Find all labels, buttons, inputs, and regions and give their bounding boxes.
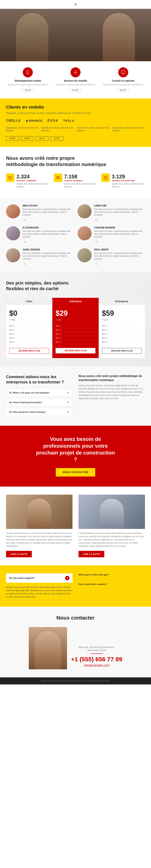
libre-feature-4: item 4 (9, 336, 49, 340)
support-question-icon[interactable]: ? (65, 576, 69, 580)
faq-chevron-2: ▼ (67, 401, 69, 404)
footer: Sample text. Click to select the Text El… (0, 677, 151, 684)
faq-right: Nous avons créé notre propre méthodologi… (79, 374, 145, 418)
services-section: Développement mobile Sample text. Click … (0, 61, 151, 98)
service-2-btn[interactable]: SUITE (69, 88, 82, 92)
methodology-title: Nous avons créé notre propre méthodologi… (6, 155, 107, 167)
service-1-title: Développement mobile (6, 80, 50, 82)
faq-question-2[interactable]: 02. House Painting Essentials? ▼ (6, 399, 72, 406)
team-2-name: LINDA KIM (94, 204, 145, 207)
cta-btn[interactable]: NOUS CONTACTER (56, 468, 95, 476)
faq-right-title: Nous avons créé notre propre méthodologi… (79, 374, 145, 382)
faq-question-1[interactable]: 01. What is off page seo link building? … (6, 389, 72, 397)
blog-1-read-more[interactable]: LIRE LA SUITE (6, 551, 32, 557)
avatar-nina (6, 204, 20, 218)
blog-2-desc: L'article détaillé est extrait au-dessus… (79, 532, 145, 548)
plan-entreprise-price: $59 (102, 309, 142, 317)
pricing-grid: $0 / mois item 1 item 2 item 3 item 4 it… (6, 305, 145, 358)
plan-entreprise-features: item 1 item 2 item 3 item 4 item 5 (102, 324, 142, 344)
faq-title: Comment aidons-nous les entreprises à se… (6, 374, 72, 385)
stats-row: 2.324 PROJETS TERMINÉS Sample text. Clic… (6, 174, 145, 188)
entreprise-plan-btn[interactable]: OBTENIR MON PLAN (102, 348, 142, 354)
stat-2-desc: Sample text. Click to select the Text El… (64, 183, 97, 188)
faq-section: Comment aidons-nous les entreprises à se… (0, 366, 151, 426)
team-3-name: DJ DONKSON (23, 226, 73, 229)
plan-individuel-price: $29 (56, 309, 95, 317)
service-1-btn[interactable]: SUITE (22, 88, 34, 92)
client-btn-4[interactable]: SUITE (50, 136, 63, 141)
faq-question-3[interactable]: 03. Plan Ahead For Home Paining? ▼ (6, 408, 72, 416)
service-card-mobilite: Services de mobilité Sample text. Click … (52, 67, 99, 92)
blog-card-2: L'article détaillé est extrait au-dessus… (79, 495, 145, 557)
faq-chevron-3: ▼ (67, 411, 69, 413)
clients-btn-row: SUITE SUITE SUITE SUITE (6, 136, 145, 141)
libre-feature-5: item 5 (9, 340, 49, 344)
team-1-arrow[interactable]: → (23, 218, 26, 222)
support-faq-q1[interactable]: What types of files will I get? (79, 574, 145, 576)
support-faq-q2[interactable]: How to get future updates? (79, 583, 145, 585)
individuel-plan-btn[interactable]: OBTENIR MON PLAN (56, 348, 95, 353)
dev-mobile-icon (23, 67, 33, 78)
blog-image-1 (6, 495, 72, 529)
avatar-caname (78, 226, 92, 240)
team-5-name: JANE JONSON (23, 248, 73, 251)
svg-rect-3 (121, 71, 125, 73)
team-1-info: NINA SCAVO Duis aute irure dolor in repr… (23, 204, 73, 222)
individuel-feature-4: item 4 (56, 336, 95, 340)
team-section: NINA SCAVO Duis aute irure dolor in repr… (0, 198, 151, 272)
team-4-arrow[interactable]: → (94, 240, 98, 244)
team-member-3: DJ DONKSON Duis aute irure dolor in repr… (6, 226, 73, 244)
mobility-icon-svg (73, 70, 78, 74)
team-6-name: PAUL SMITH (94, 248, 145, 251)
libre-plan-btn[interactable]: OBTENIR MON PLAN (9, 348, 49, 354)
hamburger-icon[interactable]: ≡ (74, 2, 77, 7)
plan-label-libre: Libre (6, 298, 52, 305)
team-3-arrow[interactable]: → (23, 240, 26, 244)
support-question-box: Do you need support? ? (6, 574, 72, 583)
entreprise-feature-4: item 4 (102, 336, 142, 340)
client-btn-3[interactable]: SUITE (36, 136, 48, 141)
entreprise-feature-1: item 1 (102, 324, 142, 328)
service-3-btn[interactable]: SUITE (117, 88, 129, 92)
support-right: What types of files will I get? How to g… (79, 574, 145, 599)
stat-1-label: PROJETS TERMINÉS (17, 180, 50, 182)
blog-2-read-more[interactable]: LIRE LA SUITE (79, 551, 104, 557)
individuel-feature-2: item 2 (56, 328, 95, 332)
team-6-arrow[interactable]: → (94, 262, 98, 266)
client-btn-1[interactable]: SUITE (6, 136, 19, 141)
faq-item-1: 01. What is off page seo link building? … (6, 389, 72, 397)
team-member-4: CANAME MARION Duis aute irure dolor in r… (78, 226, 145, 244)
contact-divider (91, 653, 103, 654)
entreprise-feature-5: item 5 (102, 340, 142, 344)
stat-3-content: 3.129 HEURES D'OUVERTURE Sample text. Cl… (112, 174, 145, 188)
clients-logos-row: CROLLA ◈ BINANCE EVGA TESLA (6, 119, 145, 123)
projects-icon (8, 176, 12, 180)
stat-2: 7.158 CLIENTS HEUREUX Sample text. Click… (54, 174, 97, 188)
support-answer-text: Answer. Lorem ipsum dolor sit amet, cons… (6, 586, 72, 599)
avatar-jane (6, 248, 20, 262)
team-2-desc: Duis aute irure dolor in reprehenderit i… (94, 208, 145, 216)
plan-libre-features: item 1 item 2 item 3 item 4 item 5 (9, 324, 49, 344)
contact-phone[interactable]: +1 (555) 656 77 89 (71, 656, 122, 663)
stat-1-number: 2.324 (17, 174, 50, 180)
stat-1-desc: Sample text. Click to select the Text El… (17, 183, 50, 188)
client-btn-2[interactable]: SUITE (21, 136, 33, 141)
avatar-paul (78, 248, 92, 262)
stat-3-desc: Sample text. Click to select the Text El… (112, 183, 145, 188)
individuel-feature-3: item 3 (56, 332, 95, 336)
team-5-arrow[interactable]: → (23, 262, 26, 266)
stat-1: 2.324 PROJETS TERMINÉS Sample text. Clic… (6, 174, 50, 188)
faq-right-desc: Lorem ipsum dolor sit amet, consectetur … (79, 384, 145, 400)
clients-section: Clients en vedette Paragraph. Lorem ipsu… (0, 98, 151, 147)
contact-email[interactable]: info@sample.com (71, 664, 122, 667)
stat-2-label: CLIENTS HEUREUX (64, 180, 97, 182)
service-1-desc: Sample text. Click to select the Text El… (6, 84, 50, 86)
service-2-title: Services de mobilité (54, 80, 97, 82)
footer-text: Sample text. Click to select the Text El… (2, 680, 149, 682)
blog-image-2 (79, 495, 145, 529)
faq-q3-text: 03. Plan Ahead For Home Paining? (9, 411, 46, 413)
team-2-arrow[interactable]: → (94, 218, 98, 222)
stat-3-number: 3.129 (112, 174, 145, 180)
team-member-5: JANE JONSON Duis aute irure dolor in rep… (6, 248, 73, 266)
support-question-text: Do you need support? (9, 577, 35, 580)
